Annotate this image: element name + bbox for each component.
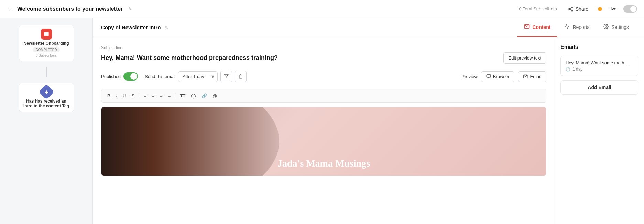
main-layout: Newsletter Onboarding COMPLETED 0 Subscr… xyxy=(0,18,644,224)
node-badge: COMPLETED xyxy=(33,47,59,52)
live-status-dot xyxy=(598,7,602,11)
page-title: Welcome subscribers to your newsletter xyxy=(17,6,123,12)
toolbar-sep-1 xyxy=(139,93,139,99)
preview-label: Preview xyxy=(462,74,478,79)
top-nav: ← Welcome subscribers to your newsletter… xyxy=(0,0,644,18)
subject-text: Hey, Mama! Want some motherhood prepared… xyxy=(101,54,503,62)
tab-settings-label: Settings xyxy=(611,24,629,30)
italic-button[interactable]: I xyxy=(114,92,119,99)
browser-icon xyxy=(486,74,491,79)
canvas-hero-figure xyxy=(101,107,279,176)
content-title: Copy of Newsletter Intro xyxy=(101,24,161,30)
content-header: Copy of Newsletter Intro ✎ Content Repor… xyxy=(93,18,644,37)
tabs: Content Reports Settings xyxy=(517,18,636,37)
preview-group: Preview Browser Email xyxy=(462,71,546,82)
tab-reports[interactable]: Reports xyxy=(557,18,596,37)
svg-point-0 xyxy=(571,7,573,8)
published-group: Published xyxy=(101,72,138,81)
subject-section: Subject line Hey, Mama! Want some mother… xyxy=(101,45,546,64)
send-email-group: Send this email After 1 day After 2 days… xyxy=(145,71,247,82)
svg-rect-9 xyxy=(487,75,491,77)
emails-section-title: Emails xyxy=(560,44,638,50)
email-preview-icon xyxy=(523,74,528,79)
svg-point-2 xyxy=(571,10,573,11)
newsletter-node-icon xyxy=(41,29,52,40)
email-editor: Subject line Hey, Mama! Want some mother… xyxy=(93,37,644,224)
published-label: Published xyxy=(101,74,121,79)
trash-icon xyxy=(238,74,243,79)
align-justify-button[interactable]: ≡ xyxy=(166,92,173,99)
align-left-button[interactable]: ≡ xyxy=(142,92,148,99)
content-area: Copy of Newsletter Intro ✎ Content Repor… xyxy=(93,18,644,224)
delete-button[interactable] xyxy=(235,71,247,82)
title-edit-icon[interactable]: ✎ xyxy=(128,6,132,11)
send-email-label: Send this email xyxy=(145,74,175,79)
email-canvas: Jada's Mama Musings xyxy=(101,107,546,176)
node-label-newsletter: Newsletter Onboarding xyxy=(23,41,69,46)
svg-line-3 xyxy=(570,9,572,10)
node-subscribers: 0 Subscribers xyxy=(36,54,57,57)
align-right-button[interactable]: ≡ xyxy=(158,92,164,99)
send-select[interactable]: After 1 day After 2 days After 3 days Af… xyxy=(178,71,218,82)
live-label: Live xyxy=(608,6,616,11)
connector-line xyxy=(46,67,47,77)
tag-node-icon: ◆ xyxy=(39,84,54,99)
node-label-tag: Has Has received an intro to the content… xyxy=(23,99,69,108)
align-center-button[interactable]: ≡ xyxy=(150,92,156,99)
settings-tab-icon xyxy=(603,24,609,30)
email-card-delay: 1 day xyxy=(572,67,582,72)
email-card-title: Hey, Mama! Want some moth... xyxy=(566,60,633,65)
node-box-tag[interactable]: ◆ Has Has received an intro to the conte… xyxy=(19,83,74,112)
right-sidebar: Emails Hey, Mama! Want some moth... 🕐 1 … xyxy=(555,37,644,224)
editor-main: Subject line Hey, Mama! Want some mother… xyxy=(93,37,555,224)
svg-line-4 xyxy=(570,8,572,9)
add-email-button[interactable]: Add Email xyxy=(560,80,638,95)
published-toggle[interactable] xyxy=(123,72,138,81)
tab-reports-label: Reports xyxy=(572,24,589,30)
flow-node-2: ◆ Has Has received an intro to the conte… xyxy=(19,83,74,112)
filter-icon xyxy=(224,74,229,79)
mention-button[interactable]: @ xyxy=(211,92,219,99)
toolbar-sep-2 xyxy=(175,93,175,99)
underline-button[interactable]: U xyxy=(121,92,128,99)
controls-row: Published Send this email After 1 day Af… xyxy=(101,71,546,82)
back-button[interactable]: ← xyxy=(7,5,13,12)
clock-icon: 🕐 xyxy=(566,67,570,72)
subject-label: Subject line xyxy=(101,45,546,50)
svg-marker-8 xyxy=(224,75,228,78)
live-toggle[interactable] xyxy=(623,5,637,13)
svg-point-1 xyxy=(569,8,570,10)
reports-tab-icon xyxy=(564,24,570,30)
bold-button[interactable]: B xyxy=(106,92,112,99)
send-select-wrapper: After 1 day After 2 days After 3 days Af… xyxy=(178,71,218,82)
canvas-hero-text: Jada's Mama Musings xyxy=(277,158,370,169)
flow-node-1: Newsletter Onboarding COMPLETED 0 Subscr… xyxy=(19,25,74,61)
content-tab-icon xyxy=(524,24,530,31)
left-sidebar: Newsletter Onboarding COMPLETED 0 Subscr… xyxy=(0,18,93,224)
tab-settings[interactable]: Settings xyxy=(596,18,636,37)
tab-content-label: Content xyxy=(532,24,550,30)
share-icon xyxy=(568,6,574,12)
content-title-edit-icon[interactable]: ✎ xyxy=(165,25,168,30)
color-button[interactable]: ◯ xyxy=(189,92,198,99)
share-button[interactable]: Share xyxy=(568,6,588,12)
text-type-button[interactable]: TT xyxy=(178,92,187,99)
email-card-meta: 🕐 1 day xyxy=(566,67,633,72)
email-card[interactable]: Hey, Mama! Want some moth... 🕐 1 day xyxy=(560,56,638,76)
editor-toolbar: B I U S ≡ ≡ ≡ ≡ TT ◯ 🔗 @ xyxy=(101,89,546,103)
svg-point-7 xyxy=(605,26,607,27)
subscribers-count: 0 Total Subscribers xyxy=(519,6,557,11)
tab-content[interactable]: Content xyxy=(517,18,557,37)
subject-row: Hey, Mama! Want some motherhood prepared… xyxy=(101,52,546,64)
strikethrough-button[interactable]: S xyxy=(130,92,136,99)
edit-preview-text-button[interactable]: Edit preview text xyxy=(503,52,546,64)
filter-button[interactable] xyxy=(220,71,232,82)
link-button[interactable]: 🔗 xyxy=(200,92,209,99)
email-preview-button[interactable]: Email xyxy=(518,71,546,82)
browser-preview-button[interactable]: Browser xyxy=(481,71,515,82)
node-box-newsletter[interactable]: Newsletter Onboarding COMPLETED 0 Subscr… xyxy=(19,25,74,61)
canvas-hero: Jada's Mama Musings xyxy=(101,107,546,176)
